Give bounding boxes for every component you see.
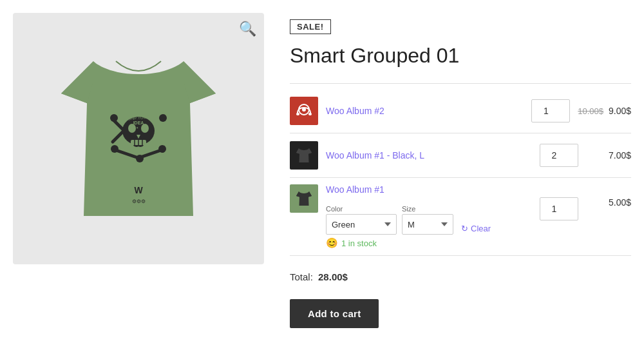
item-price-value-album1-black: 7.00$: [609, 150, 631, 161]
item-price-album1: 5.00$: [586, 197, 631, 208]
svg-text:✦: ✦: [136, 126, 138, 130]
album1-black-thumb-image: [292, 143, 316, 168]
divider-top: [290, 83, 631, 84]
grouped-item-album1-black: Woo Album #1 - Black, L 7.00$: [290, 133, 631, 178]
size-label: Size: [402, 205, 453, 213]
thumbnail-album2: [290, 97, 318, 125]
svg-point-17: [111, 145, 118, 153]
album1-green-thumb-image: [292, 186, 316, 211]
clear-label: Clear: [471, 224, 491, 233]
qty-input-album2[interactable]: [531, 99, 570, 122]
svg-point-4: [159, 114, 167, 122]
thumbnail-album1-green: [290, 184, 318, 213]
svg-point-7: [128, 124, 136, 133]
thumbnail-album1-black: [290, 141, 318, 170]
svg-text:W: W: [134, 185, 143, 195]
qty-input-album1[interactable]: [540, 197, 578, 220]
total-label: Total:: [290, 271, 313, 282]
zoom-icon[interactable]: 🔍: [239, 21, 256, 37]
refresh-icon: ↻: [461, 224, 468, 233]
item-name-album2[interactable]: Woo Album #2: [326, 106, 524, 116]
page-container: 🔍: [0, 0, 644, 341]
product-image-section: 🔍: [13, 13, 264, 264]
svg-text:IDEA: IDEA: [133, 121, 144, 125]
options-inline: Color Green Black White Blue Size S: [326, 205, 493, 235]
product-image-wrapper: 🔍: [13, 13, 264, 264]
total-value: 28.00$: [318, 271, 348, 282]
product-title: Smart Grouped 01: [290, 43, 631, 68]
item-name-album1[interactable]: Woo Album #1: [326, 184, 532, 195]
svg-point-1: [110, 114, 118, 122]
add-to-cart-button[interactable]: Add to cart: [290, 299, 379, 328]
item-price-album1-black: 7.00$: [586, 150, 631, 161]
item-name-album1-black[interactable]: Woo Album #1 - Black, L: [326, 150, 532, 161]
grouped-item-album1-options: Woo Album #1 Color Green Black White Blu…: [290, 178, 631, 256]
size-option-group: Size S M L XL: [402, 205, 453, 235]
item-price-album2: 10.00$ 9.00$: [578, 106, 631, 116]
color-select[interactable]: Green Black White Blue: [326, 214, 397, 235]
product-info-section: SALE! Smart Grouped 01 Woo Album #2 10.0…: [290, 13, 631, 328]
grouped-item-album2: Woo Album #2 10.00$ 9.00$: [290, 89, 631, 133]
album2-thumb-image: [292, 99, 316, 123]
stock-info: 😊 1 in stock: [326, 237, 631, 249]
svg-text:⚙⚙⚙: ⚙⚙⚙: [132, 199, 146, 204]
product-image: SHIP YOUR IDEA ✦ W ⚙⚙⚙: [48, 42, 229, 235]
stock-icon: 😊: [326, 237, 338, 249]
item-price-sale-album2: 9.00$: [609, 106, 631, 116]
color-option-group: Color Green Black White Blue: [326, 205, 397, 235]
item-price-value-album1: 5.00$: [609, 197, 631, 208]
qty-input-album1-black[interactable]: [540, 144, 578, 167]
total-row: Total: 28.00$: [290, 268, 631, 286]
item-options-top-row: Woo Album #1 Color Green Black White Blu…: [290, 184, 631, 235]
size-select[interactable]: S M L XL: [402, 214, 453, 235]
stock-label: 1 in stock: [341, 239, 377, 248]
color-label: Color: [326, 205, 397, 213]
item-price-original-album2: 10.00$: [578, 106, 603, 116]
clear-button[interactable]: ↻ Clear: [459, 224, 493, 233]
svg-point-20: [158, 145, 166, 153]
svg-point-8: [141, 124, 149, 133]
sale-badge: SALE!: [290, 19, 331, 34]
